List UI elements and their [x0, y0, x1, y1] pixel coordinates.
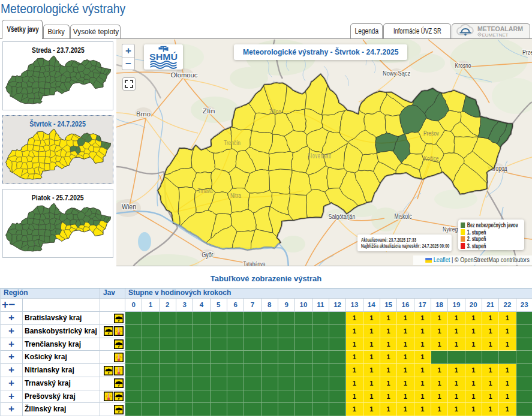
svg-text:Salgótarján: Salgótarján — [329, 213, 356, 220]
svg-text:Nowy Sącz: Nowy Sącz — [383, 70, 410, 77]
svg-text:Tatabánya: Tatabánya — [244, 260, 266, 266]
svg-text:METEOALARM: METEOALARM — [477, 25, 523, 32]
svg-text:Wien: Wien — [122, 203, 136, 211]
svg-text:Prešov: Prešov — [423, 130, 439, 137]
svg-text:Győr: Győr — [202, 251, 214, 259]
svg-text:Košice: Košice — [424, 155, 439, 162]
svg-text:Trenčín: Trenčín — [224, 139, 241, 146]
svg-text:Olomouc: Olomouc — [171, 71, 198, 79]
svg-text:SHMÚ: SHMÚ — [149, 52, 178, 62]
svg-text:Przemyśl: Przemyśl — [522, 49, 532, 56]
svg-text:EUMETNET: EUMETNET — [482, 32, 509, 38]
svg-text:Trnava: Trnava — [198, 187, 214, 194]
svg-text:Brno: Brno — [136, 110, 151, 118]
svg-text:Krosno: Krosno — [455, 62, 471, 69]
svg-text:Zlín: Zlín — [203, 107, 215, 115]
svg-text:Nitra: Nitra — [230, 192, 242, 199]
svg-text:Miskolc: Miskolc — [395, 212, 412, 221]
svg-text:Slovensko: Slovensko — [308, 152, 332, 160]
svg-text:Žilina: Žilina — [269, 108, 282, 115]
